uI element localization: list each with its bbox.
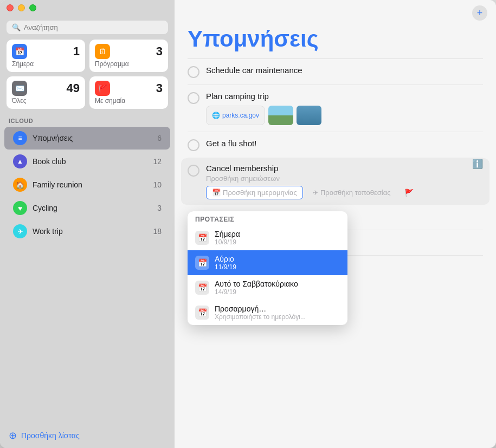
reminder-item: Plan camping trip 🌐 parks.ca.gov bbox=[188, 85, 483, 132]
dropdown-item-custom[interactable]: 📅 Προσαρμογή… Χρησιμοποιήστε το ημερολόγ… bbox=[188, 300, 347, 325]
smart-lists: 📅 1 Σήμερα 🗓 3 Πρόγραμμα ✉️ 49 Όλες bbox=[0, 40, 175, 115]
all-count: 49 bbox=[67, 81, 80, 95]
family-label: Family reunion bbox=[33, 180, 147, 189]
today-count: 1 bbox=[73, 44, 80, 59]
sidebar-item-work[interactable]: ✈ Work trip 18 bbox=[4, 220, 170, 243]
reminder-info-button[interactable]: ℹ️ bbox=[472, 158, 483, 169]
minimize-button[interactable] bbox=[18, 4, 25, 11]
flagged-label: Με σημαία bbox=[95, 97, 163, 105]
smart-list-flagged[interactable]: 🚩 3 Με σημαία bbox=[89, 76, 168, 109]
work-icon: ✈ bbox=[13, 224, 27, 238]
add-list-button[interactable]: ⊕ Προσθήκη λίστας bbox=[0, 423, 175, 448]
location-button[interactable]: ✈ Προσθήκη τοποθεσίας bbox=[307, 186, 396, 199]
dropdown-header: Προτάσεις bbox=[188, 211, 347, 225]
cycling-icon: ♥ bbox=[13, 201, 27, 215]
attachment-image-mountain bbox=[268, 106, 293, 125]
dropdown-item-subtitle: Χρησιμοποιήστε το ημερολόγι... bbox=[215, 313, 306, 321]
family-icon: 🏠 bbox=[13, 178, 27, 192]
reminder-item: Schedule car maintenance bbox=[188, 59, 483, 85]
scheduled-icon: 🗓 bbox=[95, 44, 110, 59]
date-suggestions-dropdown: Προτάσεις 📅 Σήμερα 10/9/19 📅 Αύριο 11/9/… bbox=[188, 211, 347, 325]
bookclub-count: 12 bbox=[153, 157, 162, 166]
dropdown-item-today[interactable]: 📅 Σήμερα 10/9/19 bbox=[188, 225, 347, 250]
reminder-title: Cancel membership bbox=[206, 164, 278, 173]
all-label: Όλες bbox=[12, 97, 80, 105]
sidebar-item-family[interactable]: 🏠 Family reunion 10 bbox=[4, 173, 170, 196]
reminder-content: Schedule car maintenance bbox=[206, 66, 483, 75]
add-list-label: Προσθήκη λίστας bbox=[21, 431, 80, 440]
dropdown-item-text: Αύριο 11/9/19 bbox=[215, 255, 236, 271]
smart-list-all[interactable]: ✉️ 49 Όλες bbox=[7, 76, 85, 109]
add-reminder-button[interactable]: + bbox=[472, 5, 487, 21]
dropdown-item-subtitle: 10/9/19 bbox=[215, 238, 240, 246]
add-list-icon: ⊕ bbox=[9, 430, 17, 441]
smart-list-today[interactable]: 📅 1 Σήμερα bbox=[7, 40, 85, 72]
list-items: ≡ Υπομνήσεις 6 ▲ Book club 12 🏠 Family r… bbox=[0, 126, 175, 423]
calendar-tomorrow-icon: 📅 bbox=[195, 256, 209, 270]
sidebar: 🔍 📅 1 Σήμερα 🗓 3 Πρόγραμμα bbox=[0, 0, 175, 448]
work-label: Work trip bbox=[33, 227, 147, 236]
search-icon: 🔍 bbox=[12, 23, 21, 31]
reminder-checkbox[interactable] bbox=[188, 66, 199, 78]
flag-button[interactable]: 🚩 bbox=[400, 186, 418, 199]
calendar-today-icon: 📅 bbox=[195, 231, 209, 245]
reminders-icon: ≡ bbox=[13, 131, 27, 145]
reminder-content: Plan camping trip 🌐 parks.ca.gov bbox=[206, 92, 483, 125]
reminder-title: Plan camping trip bbox=[206, 92, 269, 101]
reminder-content: Get a flu shot! bbox=[206, 139, 483, 148]
scheduled-label: Πρόγραμμα bbox=[95, 60, 163, 68]
reminder-title: Schedule car maintenance bbox=[206, 66, 302, 75]
smart-list-scheduled[interactable]: 🗓 3 Πρόγραμμα bbox=[89, 40, 168, 72]
reminder-item: Get a flu shot! bbox=[188, 132, 483, 158]
dropdown-item-title: Αύριο bbox=[215, 255, 236, 263]
attachment-image-lake bbox=[297, 106, 321, 125]
date-input-row: 📅 Προσθήκη ημερομηνίας ✈ Προσθήκη τοποθε… bbox=[188, 186, 418, 199]
calendar-weekend-icon: 📅 bbox=[195, 281, 209, 295]
reminder-checkbox[interactable] bbox=[188, 139, 199, 151]
reminder-attachments: 🌐 parks.ca.gov bbox=[206, 106, 483, 125]
date-input[interactable]: 📅 Προσθήκη ημερομηνίας bbox=[206, 186, 303, 199]
main-content: + Υπομνήσεις Schedule car maintenance Pl… bbox=[175, 0, 496, 448]
dropdown-item-tomorrow[interactable]: 📅 Αύριο 11/9/19 bbox=[188, 250, 347, 275]
sidebar-item-bookclub[interactable]: ▲ Book club 12 bbox=[4, 150, 170, 173]
work-count: 18 bbox=[153, 227, 162, 236]
dropdown-item-text: Σήμερα 10/9/19 bbox=[215, 230, 240, 246]
sidebar-item-cycling[interactable]: ♥ Cycling 3 bbox=[4, 197, 170, 219]
link-label: parks.ca.gov bbox=[222, 112, 259, 119]
flagged-icon: 🚩 bbox=[95, 81, 110, 96]
search-input[interactable] bbox=[24, 23, 163, 31]
dropdown-item-subtitle: 11/9/19 bbox=[215, 263, 236, 271]
reminder-notes-placeholder[interactable]: Προσθήκη σημειώσεων bbox=[206, 174, 483, 183]
date-placeholder: Προσθήκη ημερομηνίας bbox=[223, 189, 297, 197]
reminder-checkbox[interactable] bbox=[188, 92, 199, 104]
reminder-title: Get a flu shot! bbox=[206, 139, 256, 148]
all-icon: ✉️ bbox=[12, 81, 27, 96]
dropdown-item-weekend[interactable]: 📅 Αυτό το Σαββατοκύριακο 14/9/19 bbox=[188, 275, 347, 300]
page-title: Υπομνήσεις bbox=[175, 26, 496, 59]
dropdown-item-title: Αυτό το Σαββατοκύριακο bbox=[215, 280, 298, 288]
dropdown-item-text: Αυτό το Σαββατοκύριακο 14/9/19 bbox=[215, 280, 298, 296]
main-toolbar: + bbox=[175, 0, 496, 26]
family-count: 10 bbox=[153, 180, 162, 189]
search-bar[interactable]: 🔍 bbox=[7, 21, 168, 34]
traffic-lights bbox=[0, 0, 175, 15]
location-label: Προσθήκη τοποθεσίας bbox=[320, 189, 391, 197]
maximize-button[interactable] bbox=[29, 4, 36, 11]
dropdown-item-title: Προσαρμογή… bbox=[215, 304, 306, 313]
scheduled-count: 3 bbox=[156, 44, 163, 59]
sidebar-item-reminders[interactable]: ≡ Υπομνήσεις 6 bbox=[4, 127, 170, 150]
today-label: Σήμερα bbox=[12, 60, 80, 68]
reminder-checkbox[interactable] bbox=[188, 165, 199, 177]
calendar-icon: 📅 bbox=[212, 189, 221, 197]
icloud-section-label: iCloud bbox=[0, 115, 175, 126]
cancel-membership-item: Cancel membership Προσθήκη σημειώσεων ℹ️… bbox=[181, 158, 489, 205]
dropdown-item-text: Προσαρμογή… Χρησιμοποιήστε το ημερολόγι.… bbox=[215, 304, 306, 321]
link-icon: 🌐 bbox=[212, 112, 220, 119]
cycling-count: 3 bbox=[157, 204, 162, 212]
attachment-link[interactable]: 🌐 parks.ca.gov bbox=[206, 106, 265, 125]
close-button[interactable] bbox=[7, 4, 14, 11]
bookclub-icon: ▲ bbox=[13, 154, 27, 168]
dropdown-item-title: Σήμερα bbox=[215, 230, 240, 238]
reminder-content: Cancel membership Προσθήκη σημειώσεων bbox=[206, 164, 483, 183]
location-icon: ✈ bbox=[313, 189, 318, 197]
